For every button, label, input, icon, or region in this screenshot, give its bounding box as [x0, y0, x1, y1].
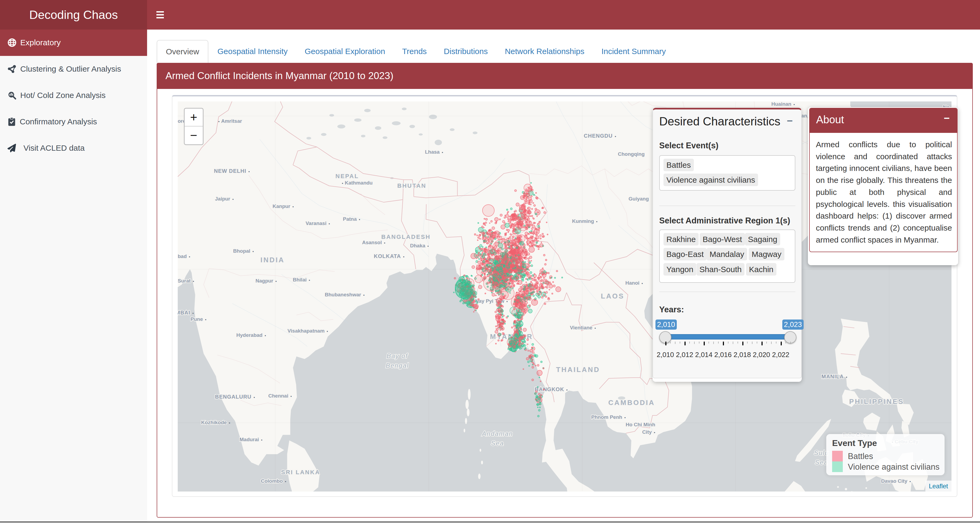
svg-text:SRI LANKA: SRI LANKA — [281, 469, 320, 476]
svg-text:BHUTAN: BHUTAN — [397, 183, 426, 189]
svg-text:Bengal: Bengal — [386, 362, 409, 369]
svg-text:Davao City▪: Davao City▪ — [881, 478, 911, 484]
svg-text:Asansol▪: Asansol▪ — [362, 240, 385, 245]
svg-text:an,: an, — [801, 113, 808, 119]
svg-text:Visakhapatnam▪: Visakhapatnam▪ — [288, 328, 328, 333]
svg-text:Varanasi▪: Varanasi▪ — [305, 221, 330, 226]
svg-text:CHENGDU▪: CHENGDU▪ — [584, 133, 616, 139]
svg-text:Phnom Penh▪: Phnom Penh▪ — [591, 414, 625, 420]
svg-text:Colombo▪: Colombo▪ — [261, 478, 286, 484]
svg-text:MANILA▪: MANILA▪ — [821, 373, 848, 380]
svg-text:Vientiane▪: Vientiane▪ — [570, 325, 596, 330]
svg-text:BANGKOK▪: BANGKOK▪ — [535, 386, 568, 392]
svg-text:Kozhikode▪: Kozhikode▪ — [201, 420, 230, 425]
svg-text:▪Amritsar: ▪Amritsar — [218, 118, 242, 124]
svg-text:THAILAND: THAILAND — [556, 365, 600, 373]
svg-text:BENGALURU▪: BENGALURU▪ — [215, 394, 255, 400]
svg-text:▪Kathmandu: ▪Kathmandu — [342, 180, 372, 186]
svg-text:Bay of: Bay of — [387, 352, 408, 359]
svg-text:Hyderabad▪: Hyderabad▪ — [236, 332, 266, 338]
svg-text:INDIA: INDIA — [261, 256, 285, 264]
svg-text:Guiyang: Guiyang — [628, 196, 649, 202]
svg-text:BANGLADESH: BANGLADESH — [381, 233, 431, 240]
svg-text:Chongqing: Chongqing — [618, 151, 644, 157]
svg-text:Chennai▪: Chennai▪ — [268, 393, 292, 399]
svg-text:Kunming▪: Kunming▪ — [572, 218, 597, 224]
svg-text:CAMBODIA: CAMBODIA — [608, 399, 655, 406]
svg-text:KOLKATA▪: KOLKATA▪ — [374, 253, 405, 259]
svg-text:NEW DELHI▪: NEW DELHI▪ — [214, 168, 250, 174]
svg-text:LAOS: LAOS — [601, 292, 624, 300]
svg-text:Huainan▪: Huainan▪ — [772, 102, 795, 107]
svg-text:Bhubaneshwar▪: Bhubaneshwar▪ — [325, 292, 364, 297]
svg-text:NEPAL: NEPAL — [336, 173, 359, 179]
svg-text:Ho Chi Minh: Ho Chi Minh — [625, 422, 655, 427]
svg-text:Andaman: Andaman — [482, 430, 513, 437]
svg-text:Sea: Sea — [491, 440, 504, 447]
svg-text:PHILIPPINES: PHILIPPINES — [849, 397, 904, 405]
